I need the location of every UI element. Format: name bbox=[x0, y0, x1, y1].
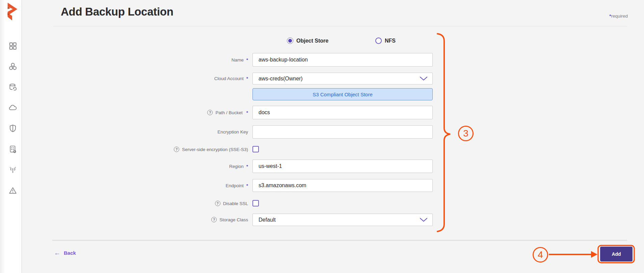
endpoint-input[interactable] bbox=[252, 179, 433, 192]
encryption-key-label: Encryption Key bbox=[128, 129, 248, 135]
backups-icon[interactable] bbox=[8, 83, 17, 92]
required-note: *required bbox=[609, 14, 628, 19]
step-3-badge: 3 bbox=[458, 126, 474, 141]
s3-compliant-label: S3 Compliant Object Store bbox=[313, 92, 373, 97]
region-label: Region* bbox=[128, 163, 248, 169]
sse-label: ? Server-side encryption (SSE-S3) bbox=[128, 146, 248, 152]
disable-ssl-label: ? Disable SSL bbox=[128, 200, 248, 206]
radio-circle-selected[interactable] bbox=[287, 38, 293, 44]
chevron-down-icon bbox=[420, 76, 428, 81]
help-icon[interactable]: ? bbox=[215, 201, 220, 206]
activity-antenna-icon[interactable] bbox=[8, 166, 17, 174]
step-4-badge: 4 bbox=[533, 247, 548, 263]
help-icon[interactable]: ? bbox=[174, 147, 179, 152]
region-input[interactable] bbox=[252, 159, 433, 173]
clusters-icon[interactable] bbox=[8, 62, 17, 71]
storage-class-value: Default bbox=[259, 217, 276, 223]
path-bucket-input[interactable] bbox=[252, 106, 433, 119]
radio-object-store[interactable]: Object Store bbox=[287, 38, 328, 44]
header-divider bbox=[53, 26, 627, 26]
cloud-icon[interactable] bbox=[8, 103, 17, 112]
cloud-account-select[interactable]: aws-creds(Owner) bbox=[252, 73, 433, 84]
name-label: Name* bbox=[128, 57, 248, 63]
rules-icon[interactable] bbox=[8, 145, 17, 154]
storage-class-label: ? Storage Class bbox=[128, 217, 248, 223]
radio-nfs-label: NFS bbox=[385, 38, 396, 44]
back-arrow-icon: ← bbox=[54, 250, 60, 255]
help-icon[interactable]: ? bbox=[207, 110, 213, 115]
path-bucket-label: ? Path / Bucket* bbox=[128, 109, 248, 116]
dashboard-icon[interactable] bbox=[8, 42, 17, 50]
portworx-logo[interactable] bbox=[5, 2, 19, 21]
sidebar bbox=[0, 0, 22, 273]
alerts-warning-icon[interactable] bbox=[8, 186, 17, 195]
sse-checkbox[interactable] bbox=[252, 146, 259, 152]
radio-object-store-label: Object Store bbox=[296, 38, 328, 44]
back-label: Back bbox=[64, 250, 76, 256]
security-shield-icon[interactable] bbox=[8, 124, 17, 133]
s3-compliant-chip[interactable]: S3 Compliant Object Store bbox=[252, 88, 433, 100]
cloud-account-label: Cloud Account* bbox=[128, 75, 248, 81]
step-3-brace bbox=[437, 34, 450, 231]
cloud-account-value: aws-creds(Owner) bbox=[259, 76, 303, 82]
step-4-arrow-head bbox=[591, 251, 597, 258]
chevron-down-icon bbox=[420, 218, 428, 222]
storage-class-select[interactable]: Default bbox=[252, 214, 433, 226]
required-text: required bbox=[611, 14, 628, 19]
back-link[interactable]: ← Back bbox=[54, 250, 76, 256]
page-title: Add Backup Location bbox=[61, 5, 173, 18]
help-icon[interactable]: ? bbox=[211, 217, 217, 222]
radio-circle-unselected[interactable] bbox=[375, 38, 382, 44]
endpoint-label: Endpoint* bbox=[128, 182, 248, 189]
footer-divider bbox=[52, 240, 627, 241]
add-backup-location-page: Add Backup Location *required Object Sto… bbox=[0, 0, 644, 273]
logo-ribbon bbox=[8, 3, 18, 16]
encryption-key-input[interactable] bbox=[252, 125, 433, 139]
radio-nfs[interactable]: NFS bbox=[375, 38, 396, 44]
disable-ssl-checkbox[interactable] bbox=[252, 200, 259, 206]
name-input[interactable] bbox=[252, 53, 433, 67]
add-button[interactable]: Add bbox=[600, 247, 633, 262]
